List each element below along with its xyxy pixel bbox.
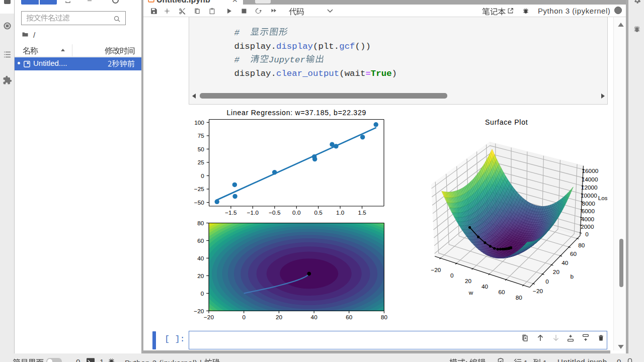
svg-text:0: 0 [201, 290, 204, 297]
svg-text:40: 40 [561, 259, 569, 266]
svg-text:80: 80 [381, 314, 388, 321]
svg-text:40: 40 [197, 255, 204, 262]
svg-text:80: 80 [197, 220, 204, 227]
svg-text:16000: 16000 [582, 167, 599, 174]
svg-text:60: 60 [346, 314, 353, 321]
svg-text:20: 20 [465, 278, 472, 285]
svg-text:80: 80 [516, 294, 523, 301]
svg-text:−20: −20 [194, 308, 204, 315]
svg-text:0: 0 [585, 231, 589, 238]
svg-text:−1.5: −1.5 [225, 209, 237, 216]
svg-text:40: 40 [311, 314, 318, 321]
svg-text:4000: 4000 [581, 216, 595, 223]
svg-text:−50: −50 [194, 199, 204, 206]
svg-text:Linear Regression: w=37.185, b: Linear Regression: w=37.185, b=22.329 [227, 109, 367, 117]
svg-text:12000: 12000 [581, 184, 598, 191]
svg-text:6000: 6000 [582, 208, 595, 215]
svg-text:0: 0 [545, 278, 549, 285]
svg-text:0: 0 [242, 314, 246, 321]
svg-text:14000: 14000 [582, 176, 598, 183]
svg-text:20: 20 [553, 268, 560, 276]
svg-text:b: b [570, 273, 574, 280]
svg-text:60: 60 [499, 289, 506, 296]
svg-text:0.0: 0.0 [292, 209, 301, 216]
svg-text:10000: 10000 [581, 192, 597, 199]
svg-text:20: 20 [197, 273, 204, 280]
svg-text:0: 0 [201, 172, 204, 179]
svg-text:1.0: 1.0 [336, 209, 345, 216]
svg-text:75: 75 [198, 132, 205, 139]
svg-text:40: 40 [481, 283, 489, 290]
svg-text:100: 100 [194, 119, 204, 126]
svg-text:0.5: 0.5 [314, 209, 323, 216]
svg-text:25: 25 [198, 159, 205, 166]
svg-text:−20: −20 [431, 266, 441, 274]
svg-text:w: w [468, 289, 473, 296]
svg-text:−20: −20 [533, 288, 543, 295]
svg-text:0: 0 [450, 272, 454, 279]
svg-text:−20: −20 [204, 314, 214, 321]
svg-text:Loss: Loss [598, 195, 607, 202]
svg-text:60: 60 [570, 250, 577, 257]
svg-text:80: 80 [578, 242, 585, 249]
svg-text:−25: −25 [194, 186, 204, 193]
svg-text:Surface Plot: Surface Plot [485, 118, 528, 126]
svg-text:2000: 2000 [581, 223, 594, 230]
svg-text:8000: 8000 [582, 200, 596, 207]
svg-text:20: 20 [276, 314, 283, 321]
svg-text:60: 60 [197, 237, 204, 244]
svg-text:−1.0: −1.0 [247, 209, 259, 216]
svg-text:−0.5: −0.5 [269, 209, 281, 216]
svg-text:50: 50 [198, 146, 205, 153]
svg-text:1.5: 1.5 [358, 209, 366, 216]
